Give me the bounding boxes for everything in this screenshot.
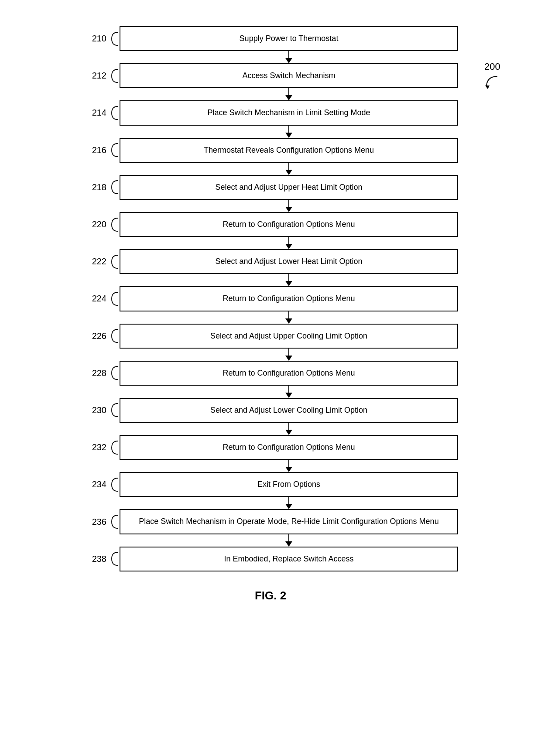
svg-marker-0 (485, 86, 490, 89)
arrow-connector (83, 460, 458, 472)
step-box: Exit From Options (120, 472, 458, 497)
step-number: 210 (83, 26, 110, 51)
step-row: 210 Supply Power to Thermostat (83, 26, 458, 51)
bracket-curve (110, 100, 120, 125)
step-box: Place Switch Mechanism in Operate Mode, … (120, 509, 458, 534)
bracket-curve (110, 398, 120, 423)
arrow-connector (83, 163, 458, 175)
bracket-curve (110, 212, 120, 237)
arrow-connector (83, 237, 458, 249)
arrow-connector (83, 126, 458, 138)
bracket-curve (110, 324, 120, 349)
step-row: 230 Select and Adjust Lower Cooling Limi… (83, 398, 458, 423)
step-box: Supply Power to Thermostat (120, 26, 458, 51)
step-box: Select and Adjust Lower Cooling Limit Op… (120, 398, 458, 423)
bracket-curve (110, 547, 120, 571)
step-row: 224 Return to Configuration Options Menu (83, 286, 458, 311)
step-row: 226 Select and Adjust Upper Cooling Limi… (83, 324, 458, 349)
step-number: 236 (83, 509, 110, 534)
step-box: Access Switch Mechanism (120, 63, 458, 88)
figure-label: FIG. 2 (83, 589, 458, 602)
step-box: Return to Configuration Options Menu (120, 286, 458, 311)
diagram-container: 200 210 Supply Power to Thermostat 212 A… (83, 26, 458, 602)
arrow-connector (83, 311, 458, 324)
step-box: Return to Configuration Options Menu (120, 435, 458, 460)
step-row: 212 Access Switch Mechanism (83, 63, 458, 88)
bracket-curve (110, 63, 120, 88)
step-box: Return to Configuration Options Menu (120, 361, 458, 386)
step-row: 228 Return to Configuration Options Menu (83, 361, 458, 386)
step-box: Return to Configuration Options Menu (120, 212, 458, 237)
step-box: Select and Adjust Lower Heat Limit Optio… (120, 249, 458, 274)
step-number: 218 (83, 175, 110, 200)
step-number: 234 (83, 472, 110, 497)
step-row: 220 Return to Configuration Options Menu (83, 212, 458, 237)
bracket-curve (110, 509, 120, 534)
step-row: 238 In Embodied, Replace Switch Access (83, 547, 458, 571)
step-number: 216 (83, 138, 110, 163)
arrow-connector (83, 534, 458, 547)
bracket-curve (110, 138, 120, 163)
step-row: 214 Place Switch Mechanism in Limit Sett… (83, 100, 458, 125)
arrow-connector (83, 200, 458, 212)
step-row: 232 Return to Configuration Options Menu (83, 435, 458, 460)
step-number: 238 (83, 547, 110, 571)
step-number: 212 (83, 63, 110, 88)
step-number: 214 (83, 100, 110, 125)
bracket-curve (110, 175, 120, 200)
step-box: Select and Adjust Upper Cooling Limit Op… (120, 324, 458, 349)
bracket-curve (110, 472, 120, 497)
step-number: 226 (83, 324, 110, 349)
arrow-connector (83, 51, 458, 63)
step-row: 218 Select and Adjust Upper Heat Limit O… (83, 175, 458, 200)
step-row: 236 Place Switch Mechanism in Operate Mo… (83, 509, 458, 534)
bracket-curve (110, 286, 120, 311)
arrow-connector (83, 349, 458, 361)
step-number: 232 (83, 435, 110, 460)
step-row: 222 Select and Adjust Lower Heat Limit O… (83, 249, 458, 274)
arrow-connector (83, 88, 458, 100)
step-number: 230 (83, 398, 110, 423)
flowchart: 210 Supply Power to Thermostat 212 Acces… (83, 26, 458, 571)
bracket-curve (110, 249, 120, 274)
bracket-curve (110, 361, 120, 386)
arrow-connector (83, 386, 458, 398)
step-number: 220 (83, 212, 110, 237)
step-number: 228 (83, 361, 110, 386)
arrow-connector (83, 274, 458, 286)
step-number: 222 (83, 249, 110, 274)
step-row: 216 Thermostat Reveals Configuration Opt… (83, 138, 458, 163)
step-row: 234 Exit From Options (83, 472, 458, 497)
bracket-curve (110, 26, 120, 51)
step-box: Place Switch Mechanism in Limit Setting … (120, 100, 458, 125)
step-box: Select and Adjust Upper Heat Limit Optio… (120, 175, 458, 200)
step-box: In Embodied, Replace Switch Access (120, 547, 458, 571)
arrow-connector (83, 423, 458, 435)
diagram-number-label: 200 (484, 61, 502, 92)
arrow-connector (83, 497, 458, 509)
step-number: 224 (83, 286, 110, 311)
step-box: Thermostat Reveals Configuration Options… (120, 138, 458, 163)
bracket-curve (110, 435, 120, 460)
